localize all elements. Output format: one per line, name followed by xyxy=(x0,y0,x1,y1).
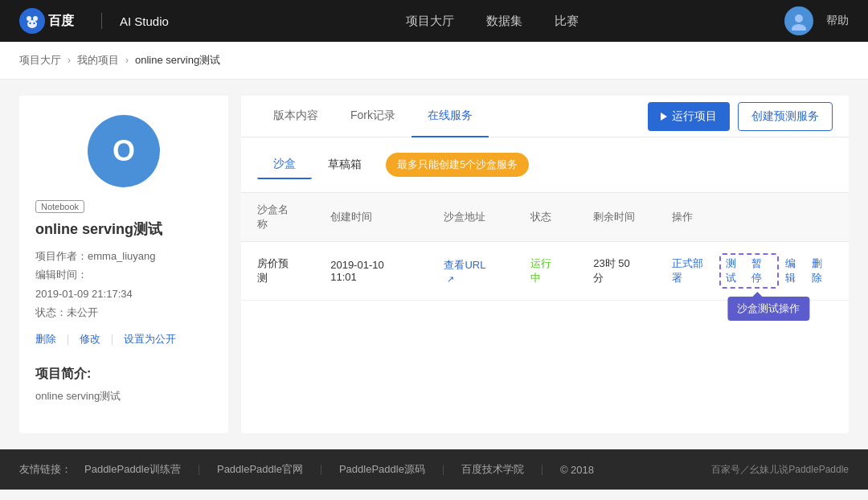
project-meta: 项目作者：emma_liuyang 编辑时间： 2019-01-09 21:17… xyxy=(35,247,212,322)
col-status: 状态 xyxy=(514,193,577,242)
col-sandbox-name: 沙盒名称 xyxy=(241,193,314,242)
project-edit-time: 编辑时间： 2019-01-09 21:17:34 xyxy=(35,265,212,303)
status-badge: 运行中 xyxy=(530,257,551,284)
main-content: O Notebook online serving测试 项目作者：emma_li… xyxy=(0,80,868,449)
svg-point-2 xyxy=(27,20,37,28)
right-panel: 版本内容 Fork记录 在线服务 运行项目 创建预测服务 沙盒 草稿箱 最多只能… xyxy=(241,96,849,433)
project-intro: 项目简介: online serving测试 xyxy=(35,366,212,404)
external-link-icon: ↗ xyxy=(447,274,454,285)
svg-point-0 xyxy=(27,16,31,21)
test-action[interactable]: 测试 xyxy=(726,256,747,285)
subtab-sandbox[interactable]: 沙盒 xyxy=(257,150,312,179)
user-avatar[interactable] xyxy=(784,6,813,35)
nav-datasets[interactable]: 数据集 xyxy=(486,14,522,29)
table-header-row: 沙盒名称 创建时间 沙盒地址 状态 剩余时间 操作 xyxy=(241,193,849,242)
col-remaining: 剩余时间 xyxy=(577,193,656,242)
top-navigation: 百度 AI Studio 项目大厅 数据集 比赛 帮助 xyxy=(0,0,868,42)
project-status: 状态：未公开 xyxy=(35,303,212,322)
breadcrumb-project-hall[interactable]: 项目大厅 xyxy=(19,53,61,68)
tabs-left: 版本内容 Fork记录 在线服务 xyxy=(257,96,489,137)
tab-fork[interactable]: Fork记录 xyxy=(334,96,411,137)
tab-online-service[interactable]: 在线服务 xyxy=(411,96,489,137)
tabs-right: 运行项目 创建预测服务 xyxy=(648,102,833,131)
footer: 友情链接： PaddlePaddle训练营 ｜ PaddlePaddle官网 ｜… xyxy=(0,449,868,490)
stop-action[interactable]: 暂停 xyxy=(751,256,772,285)
nav-menu: 项目大厅 数据集 比赛 xyxy=(201,14,784,29)
footer-link-1[interactable]: PaddlePaddle官网 xyxy=(217,462,303,477)
sandbox-limit-warning: 最多只能创建5个沙盒服务 xyxy=(386,153,529,177)
breadcrumb: 项目大厅 › 我的项目 › online serving测试 xyxy=(0,42,868,80)
footer-link-0[interactable]: PaddlePaddle训练营 xyxy=(84,462,181,477)
svg-point-6 xyxy=(792,24,806,31)
delete-project-link[interactable]: 删除 xyxy=(35,332,56,346)
created-time-cell: 2019-01-10 11:01 xyxy=(314,242,428,301)
footer-copyright: © 2018 xyxy=(560,464,594,476)
edit-action[interactable]: 编辑 xyxy=(785,256,806,285)
action-cell-container: 正式部署 测试 暂停 编辑 删除 沙盒测试操作 xyxy=(672,253,833,289)
svg-point-3 xyxy=(29,23,31,24)
left-panel: O Notebook online serving测试 项目作者：emma_li… xyxy=(19,96,228,433)
col-actions: 操作 xyxy=(656,193,849,242)
project-title: online serving测试 xyxy=(35,219,162,239)
col-sandbox-url: 沙盒地址 xyxy=(428,193,514,242)
edit-project-link[interactable]: 修改 xyxy=(80,332,100,346)
sandbox-name-cell: 房价预测 xyxy=(241,242,314,301)
project-actions: 删除 ｜ 修改 ｜ 设置为公开 xyxy=(35,332,176,346)
intro-title: 项目简介: xyxy=(35,366,212,383)
footer-links-label: 友情链接： xyxy=(19,462,72,477)
footer-watermark: 百家号／幺妹儿说PaddlePaddle xyxy=(711,463,849,477)
create-service-button[interactable]: 创建预测服务 xyxy=(738,102,833,131)
nav-right: 帮助 xyxy=(784,6,849,35)
project-author: 项目作者：emma_liuyang xyxy=(35,247,212,265)
breadcrumb-my-project[interactable]: 我的项目 xyxy=(77,53,119,68)
baidu-text: 百度 xyxy=(48,13,74,30)
publish-project-link[interactable]: 设置为公开 xyxy=(124,332,176,346)
breadcrumb-current-page: online serving测试 xyxy=(135,53,220,68)
col-created-time: 创建时间 xyxy=(314,193,428,242)
svg-point-1 xyxy=(33,16,38,21)
nav-project-hall[interactable]: 项目大厅 xyxy=(406,14,454,29)
run-project-button[interactable]: 运行项目 xyxy=(648,102,730,131)
baidu-bear-icon xyxy=(19,8,45,34)
nav-competition[interactable]: 比赛 xyxy=(555,14,579,29)
view-url-link[interactable]: 查看URL xyxy=(444,259,485,271)
delete-action[interactable]: 删除 xyxy=(812,256,833,285)
nav-divider xyxy=(101,13,102,29)
svg-point-4 xyxy=(33,23,35,24)
breadcrumb-sep-2: › xyxy=(125,55,129,66)
help-button[interactable]: 帮助 xyxy=(826,14,849,28)
svg-point-5 xyxy=(795,14,803,23)
play-icon xyxy=(661,113,667,121)
baidu-logo: 百度 xyxy=(19,10,84,32)
footer-link-2[interactable]: PaddlePaddle源码 xyxy=(339,462,425,477)
deploy-action[interactable]: 正式部署 xyxy=(672,256,713,285)
ai-studio-label: AI Studio xyxy=(120,14,169,28)
project-avatar: O xyxy=(88,115,160,187)
remaining-time-cell: 23时 50分 xyxy=(577,242,656,301)
notebook-badge: Notebook xyxy=(35,200,84,213)
breadcrumb-sep-1: › xyxy=(68,55,71,66)
tabs-header: 版本内容 Fork记录 在线服务 运行项目 创建预测服务 xyxy=(241,96,849,137)
actions-cell: 正式部署 测试 暂停 编辑 删除 沙盒测试操作 xyxy=(656,242,849,301)
intro-text: online serving测试 xyxy=(35,389,212,404)
highlighted-actions: 测试 暂停 xyxy=(719,253,778,289)
sandbox-url-cell: 查看URL ↗ xyxy=(428,242,514,301)
status-cell: 运行中 xyxy=(514,242,577,301)
table-row: 房价预测 2019-01-10 11:01 查看URL ↗ 运行中 23时 50… xyxy=(241,242,849,301)
action-tooltip: 沙盒测试操作 xyxy=(727,297,809,321)
footer-link-3[interactable]: 百度技术学院 xyxy=(461,462,524,477)
subtab-draft[interactable]: 草稿箱 xyxy=(312,151,378,178)
sandbox-table: 沙盒名称 创建时间 沙盒地址 状态 剩余时间 操作 房价预测 2019-01-1… xyxy=(241,192,849,301)
tab-version[interactable]: 版本内容 xyxy=(257,96,334,137)
subtabs-bar: 沙盒 草稿箱 最多只能创建5个沙盒服务 xyxy=(241,137,849,179)
logo-area: 百度 AI Studio xyxy=(19,10,169,32)
